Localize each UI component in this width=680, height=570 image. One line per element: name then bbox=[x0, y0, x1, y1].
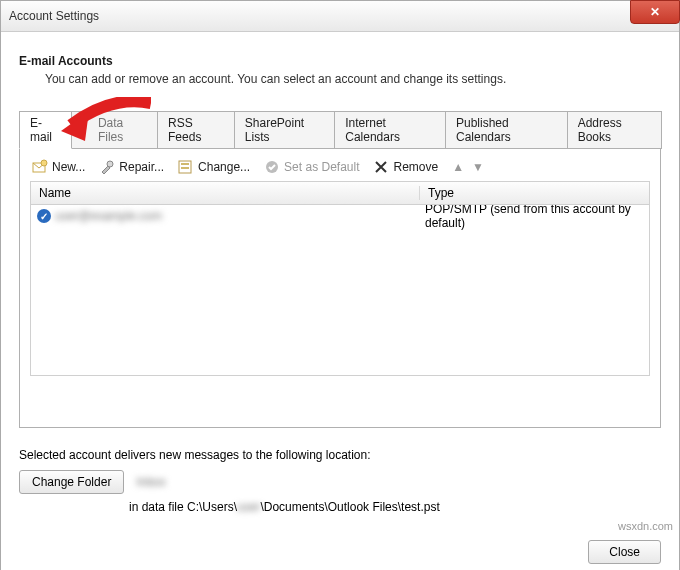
table-header: Name Type bbox=[30, 181, 650, 205]
account-name: user@example.com bbox=[55, 209, 162, 223]
tab-published-calendars[interactable]: Published Calendars bbox=[445, 111, 568, 149]
tab-sharepoint-lists[interactable]: SharePoint Lists bbox=[234, 111, 335, 149]
section-description: You can add or remove an account. You ca… bbox=[45, 72, 661, 86]
delivery-text: Selected account delivers new messages t… bbox=[19, 448, 661, 462]
repair-icon bbox=[99, 159, 115, 175]
window-close-button[interactable]: ✕ bbox=[630, 0, 680, 24]
change-icon bbox=[178, 159, 194, 175]
close-icon: ✕ bbox=[650, 5, 660, 19]
remove-button[interactable]: Remove bbox=[373, 159, 438, 175]
set-default-button: Set as Default bbox=[264, 159, 359, 175]
watermark: wsxdn.com bbox=[618, 520, 673, 532]
new-icon bbox=[32, 159, 48, 175]
section-title: E-mail Accounts bbox=[19, 54, 661, 68]
content-area: E-mail Accounts You can add or remove an… bbox=[1, 32, 679, 570]
tab-address-books[interactable]: Address Books bbox=[567, 111, 662, 149]
default-check-icon: ✓ bbox=[37, 209, 51, 223]
tab-panel: New... Repair... Change... Set as Defaul… bbox=[19, 148, 661, 428]
change-button[interactable]: Change... bbox=[178, 159, 250, 175]
tab-email[interactable]: E-mail bbox=[19, 111, 72, 149]
close-button[interactable]: Close bbox=[588, 540, 661, 564]
check-circle-icon bbox=[264, 159, 280, 175]
remove-icon bbox=[373, 159, 389, 175]
account-settings-window: Account Settings ✕ E-mail Accounts You c… bbox=[0, 0, 680, 570]
new-button[interactable]: New... bbox=[32, 159, 85, 175]
window-title: Account Settings bbox=[9, 9, 99, 23]
folder-name: Inbox bbox=[136, 475, 165, 489]
accounts-table[interactable]: ✓ user@example.com POP/SMTP (send from t… bbox=[30, 205, 650, 376]
column-type[interactable]: Type bbox=[420, 186, 649, 200]
move-up-icon: ▲ bbox=[452, 160, 464, 174]
svg-point-2 bbox=[107, 161, 113, 167]
svg-rect-4 bbox=[181, 163, 189, 165]
tab-strip: E-mail Data Files RSS Feeds SharePoint L… bbox=[19, 110, 661, 148]
data-file-path: in data file C:\Users\user\Documents\Out… bbox=[129, 500, 661, 514]
column-name[interactable]: Name bbox=[31, 186, 420, 200]
table-row[interactable]: ✓ user@example.com POP/SMTP (send from t… bbox=[31, 205, 649, 227]
tab-rss-feeds[interactable]: RSS Feeds bbox=[157, 111, 235, 149]
svg-point-1 bbox=[41, 160, 47, 166]
change-folder-button[interactable]: Change Folder bbox=[19, 470, 124, 494]
svg-rect-5 bbox=[181, 167, 189, 169]
reorder-buttons: ▲ ▼ bbox=[452, 160, 484, 174]
delivery-location: Selected account delivers new messages t… bbox=[19, 448, 661, 514]
repair-button[interactable]: Repair... bbox=[99, 159, 164, 175]
toolbar: New... Repair... Change... Set as Defaul… bbox=[30, 157, 650, 181]
account-type: POP/SMTP (send from this account by defa… bbox=[417, 205, 649, 230]
move-down-icon: ▼ bbox=[472, 160, 484, 174]
tab-internet-calendars[interactable]: Internet Calendars bbox=[334, 111, 446, 149]
titlebar: Account Settings ✕ bbox=[1, 1, 679, 32]
tab-data-files[interactable]: Data Files bbox=[71, 111, 158, 149]
